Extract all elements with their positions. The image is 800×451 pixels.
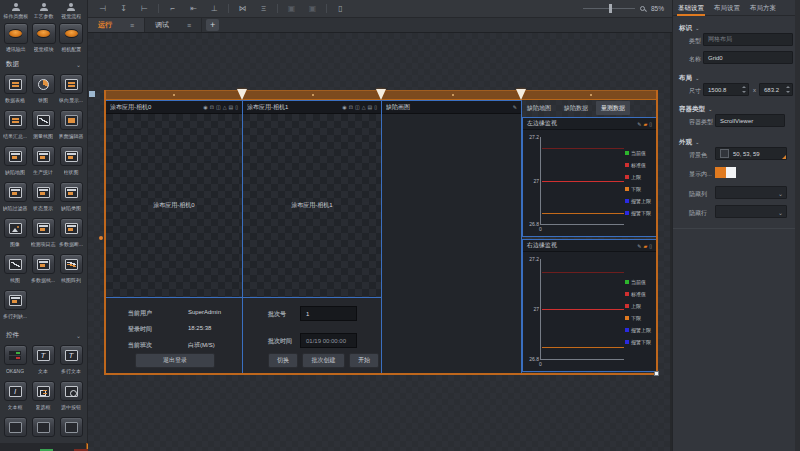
tool-复选框[interactable]: 复选框 <box>29 381 57 410</box>
add-tab-button[interactable]: + <box>206 19 219 31</box>
tool-测量线图[interactable]: 测量线图 <box>29 110 57 139</box>
name-input[interactable]: Grid0 <box>703 51 793 64</box>
inspector-scrollbar[interactable] <box>795 0 800 451</box>
tool-选中按钮[interactable]: 选中按钮 <box>57 381 85 410</box>
settings-icon[interactable]: ▰ <box>643 243 647 249</box>
section-header[interactable]: 控件⌄ <box>0 325 87 344</box>
distribute-h-icon[interactable]: ⋈ <box>232 4 253 13</box>
align-middle-icon[interactable]: ⇤ <box>183 4 204 13</box>
panel-icon[interactable]: ◉ <box>342 104 346 110</box>
delete-icon[interactable]: ▯ <box>649 243 652 249</box>
page-tab-1[interactable]: 调试≡ <box>145 18 202 32</box>
left-edge-handle[interactable] <box>99 236 103 240</box>
right-edge-chart[interactable]: 右边缘监视✎▰▯27.22726.80当前值标准值上限下限报警上限报警下限 <box>522 239 657 372</box>
batch-create-button[interactable]: 批次创建 <box>302 353 345 368</box>
height-input[interactable]: 683.2 <box>759 83 793 96</box>
column-splitter-2[interactable] <box>376 89 386 100</box>
camera1-panel[interactable]: 涂布应用-相机1◉⊡◫△▤▯ 涂布应用-相机1 <box>242 100 382 298</box>
tool-饼图[interactable]: 饼图 <box>29 74 57 103</box>
type-input[interactable]: 网格布局 <box>703 33 793 46</box>
tool-结果汇总...[interactable]: 结果汇总... <box>1 110 29 139</box>
lens-button[interactable] <box>4 23 28 44</box>
hide-col-select[interactable]: ⌄ <box>715 186 787 199</box>
delete-icon[interactable]: ▯ <box>649 121 652 127</box>
align-right-icon[interactable]: ⊢ <box>134 4 155 13</box>
align-center-icon[interactable]: ↧ <box>113 4 134 13</box>
display-toggle[interactable] <box>715 167 736 178</box>
design-canvas[interactable]: 涂布应用-相机0◉⊡◫△▤▯ 涂布应用-相机0 涂布应用-相机1◉⊡◫△▤▯ 涂… <box>88 33 672 451</box>
tool-柱状图[interactable]: 柱状图 <box>57 146 85 175</box>
edit-icon[interactable]: ✎ <box>513 104 517 110</box>
column-splitter-1[interactable] <box>237 89 247 100</box>
bg-color-input[interactable]: 50, 53, 59 <box>715 147 787 160</box>
group-appearance[interactable]: 外观⌄ <box>679 138 700 147</box>
camera0-panel[interactable]: 涂布应用-相机0◉⊡◫△▤▯ 涂布应用-相机0 <box>105 100 243 298</box>
tool-数据表格[interactable]: 数据表格 <box>1 74 29 103</box>
module-1[interactable]: 视觉模块 <box>30 23 58 52</box>
distribute-v-icon[interactable]: Ξ <box>253 4 274 13</box>
tool-文本[interactable]: 文本 <box>29 345 57 374</box>
quick-item-2[interactable]: 视觉流程 <box>57 3 85 19</box>
data-tab-1[interactable]: 缺陷数据 <box>559 101 593 115</box>
selection-anchor[interactable] <box>89 91 95 97</box>
tab-menu-icon[interactable]: ≡ <box>130 22 134 29</box>
start-button[interactable]: 开始 <box>349 353 379 368</box>
container-type-input[interactable]: ScrollViewer <box>715 114 785 127</box>
hide-row-select[interactable]: ⌄ <box>715 205 787 218</box>
align-left-icon[interactable]: ⊣ <box>92 4 113 13</box>
tool-blank[interactable] <box>29 417 57 440</box>
tool-线图[interactable]: 线图 <box>1 254 29 283</box>
edit-icon[interactable]: ✎ <box>637 243 641 249</box>
group-container[interactable]: 容器类型⌄ <box>679 105 713 114</box>
tool-缺陷过滤器[interactable]: 缺陷过滤器 <box>1 182 29 211</box>
align-top-icon[interactable]: ⌐ <box>162 4 183 13</box>
data-tab-0[interactable]: 缺陷地图 <box>522 101 556 115</box>
group-layout[interactable]: 布局⌄ <box>679 74 700 83</box>
batch-no-input[interactable]: 1 <box>300 306 357 321</box>
tool-界面编辑器[interactable]: 界面编辑器 <box>57 110 85 139</box>
logout-button[interactable]: 退出登录 <box>135 353 215 368</box>
panel-icon[interactable]: ▯ <box>374 104 377 110</box>
tool-生产统计[interactable]: 生产统计 <box>29 146 57 175</box>
tool-检测项日志[interactable]: 检测项日志 <box>29 218 57 247</box>
camera0-icons[interactable]: ◉⊡◫△▤▯ <box>201 104 238 110</box>
data-tab-2[interactable]: 量测数据 <box>596 101 630 115</box>
tool-图像[interactable]: 图像 <box>1 218 29 247</box>
inspector-tab-1[interactable]: 布局设置 <box>709 0 745 16</box>
panel-icon[interactable]: ▤ <box>368 104 373 110</box>
panel-icon[interactable]: ◫ <box>216 104 221 110</box>
tool-纵向显示...[interactable]: 纵向显示... <box>57 74 85 103</box>
align-bottom-icon[interactable]: ⊥ <box>204 4 225 13</box>
panel-icon[interactable]: ⊡ <box>349 104 353 110</box>
tool-blank[interactable] <box>57 417 85 440</box>
panel-icon[interactable]: ⊡ <box>210 104 214 110</box>
left-edge-chart[interactable]: 左边缘监视✎▰▯27.22726.80当前值标准值上限下限报警上限报警下限 <box>522 117 657 237</box>
page-tab-0[interactable]: 运行≡ <box>88 18 145 32</box>
edit-icon[interactable]: ✎ <box>637 121 641 127</box>
panel-icon[interactable]: ▯ <box>235 104 238 110</box>
width-input[interactable]: 1500.8 <box>703 83 749 96</box>
camera1-icons[interactable]: ◉⊡◫△▤▯ <box>340 104 377 110</box>
module-0[interactable]: 通讯输出 <box>2 23 30 52</box>
lens-button[interactable] <box>32 23 56 44</box>
tool-多数据线...[interactable]: 多数据线... <box>29 254 57 283</box>
tool-文本框[interactable]: 文本框 <box>1 381 29 410</box>
tab-menu-icon[interactable]: ≡ <box>187 22 191 29</box>
inspector-tab-2[interactable]: 布局方案 <box>745 0 781 16</box>
settings-icon[interactable]: ▰ <box>643 121 647 127</box>
panel-icon[interactable]: ▤ <box>229 104 234 110</box>
section-header[interactable]: 数据⌄ <box>0 54 87 73</box>
column-splitter-3[interactable] <box>516 89 526 100</box>
inspector-tab-0[interactable]: 基础设置 <box>673 0 709 16</box>
module-2[interactable]: 相机配置 <box>57 23 85 52</box>
panel-icon[interactable]: △ <box>223 104 227 110</box>
tool-OK&NG[interactable]: OK&NG <box>1 345 29 374</box>
tool-缺陷地图[interactable]: 缺陷地图 <box>1 146 29 175</box>
tool-blank[interactable] <box>1 417 29 440</box>
tool-多数据断...[interactable]: 多数据断... <box>57 218 85 247</box>
delete-icon[interactable]: ▯ <box>330 4 351 13</box>
quick-item-0[interactable]: 操作员面板 <box>2 3 30 19</box>
panel-icon[interactable]: ◉ <box>203 104 207 110</box>
zoom-slider[interactable] <box>583 8 635 9</box>
quick-item-1[interactable]: 工艺参数 <box>30 3 58 19</box>
